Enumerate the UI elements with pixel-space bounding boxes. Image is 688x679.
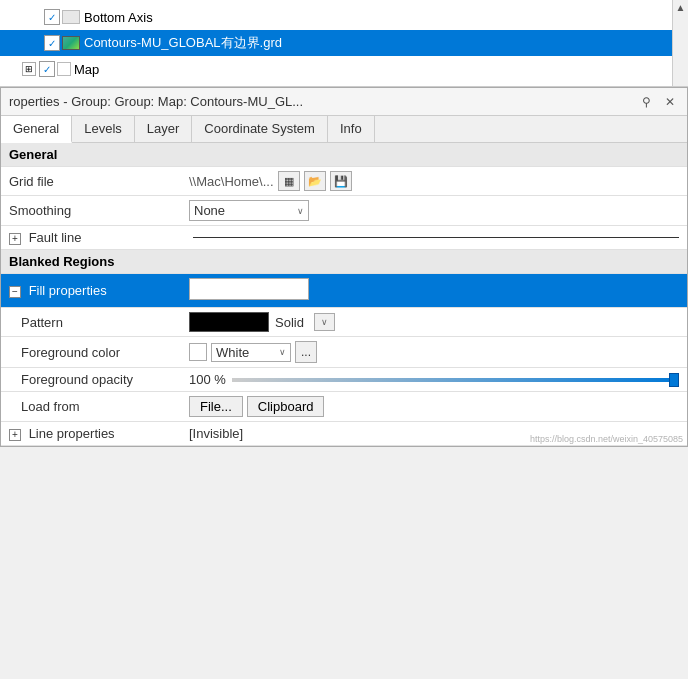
fill-properties-label: − Fill properties (1, 274, 181, 308)
tree-item-map[interactable]: ⊞ ✓ Map (0, 56, 672, 82)
pattern-name: Solid (275, 315, 304, 330)
map-sub-icon (57, 62, 71, 76)
tab-general[interactable]: General (1, 116, 72, 143)
scroll-up-arrow[interactable]: ▲ (676, 2, 686, 13)
load-from-label: Load from (1, 392, 181, 422)
table-row: Foreground opacity 100 % (1, 368, 687, 392)
fault-line-expand[interactable]: + (9, 233, 21, 245)
table-row: Pattern Solid ∨ (1, 308, 687, 337)
fault-line-label: + Fault line (1, 226, 181, 250)
general-section-label: General (1, 143, 687, 167)
tree-label-bottom-axis: Bottom Axis (84, 10, 153, 25)
fill-properties-color-box[interactable] (189, 278, 309, 300)
foreground-color-controls: White ∨ ... (189, 341, 679, 363)
smoothing-label: Smoothing (1, 196, 181, 226)
tab-info[interactable]: Info (328, 116, 375, 142)
foreground-opacity-label: Foreground opacity (1, 368, 181, 392)
pattern-label: Pattern (1, 308, 181, 337)
tree-item-contours[interactable]: ✓ Contours-MU_GLOBAL有边界.grd (0, 30, 672, 56)
foreground-color-ellipsis[interactable]: ... (295, 341, 317, 363)
foreground-color-value-cell: White ∨ ... (181, 337, 687, 368)
table-row: + Fault line (1, 226, 687, 250)
blanked-regions-label: Blanked Regions (1, 250, 687, 274)
fill-properties-value (181, 274, 687, 308)
expand-map[interactable]: ⊞ (22, 62, 36, 76)
load-from-buttons: File... Clipboard (189, 396, 679, 417)
foreground-color-name: White (216, 345, 249, 360)
blanked-regions-section-header: Blanked Regions (1, 250, 687, 274)
load-file-button[interactable]: File... (189, 396, 243, 417)
tab-layer[interactable]: Layer (135, 116, 193, 142)
properties-title: roperties - Group: Group: Map: Contours-… (9, 94, 303, 109)
general-section-header: General (1, 143, 687, 167)
close-button[interactable]: ✕ (661, 93, 679, 111)
grid-file-path: \\Mac\Home\... (189, 174, 274, 189)
foreground-opacity-value-cell: 100 % (181, 368, 687, 392)
fault-line-line (193, 237, 679, 238)
tree-scrollbar[interactable]: ▲ (672, 0, 688, 86)
properties-panel: roperties - Group: Group: Map: Contours-… (0, 87, 688, 447)
grid-file-label: Grid file (1, 167, 181, 196)
foreground-color-swatch[interactable] (189, 343, 207, 361)
load-clipboard-button[interactable]: Clipboard (247, 396, 325, 417)
foreground-color-label: Foreground color (1, 337, 181, 368)
load-from-value-cell: File... Clipboard (181, 392, 687, 422)
grid-file-grid-icon[interactable]: ▦ (278, 171, 300, 191)
properties-table: General Grid file \\Mac\Home\... ▦ 📂 💾 S… (1, 143, 687, 446)
tabs-bar: General Levels Layer Coordinate System I… (1, 116, 687, 143)
pattern-dropdown-arrow[interactable]: ∨ (314, 313, 335, 331)
smoothing-dropdown-arrow: ∨ (297, 206, 304, 216)
grid-file-save-icon[interactable]: 💾 (330, 171, 352, 191)
tab-levels[interactable]: Levels (72, 116, 135, 142)
layer-icon-bottom-axis (62, 10, 80, 24)
fault-line-value (181, 226, 687, 250)
tree-label-map: Map (74, 62, 99, 77)
smoothing-value: None ∨ (181, 196, 687, 226)
fill-properties-expand[interactable]: − (9, 286, 21, 298)
smoothing-dropdown[interactable]: None ∨ (189, 200, 309, 221)
fault-line-separator-container (189, 237, 679, 238)
foreground-color-arrow: ∨ (279, 347, 286, 357)
checkbox-bottom-axis[interactable]: ✓ (44, 9, 60, 25)
checkbox-contours[interactable]: ✓ (44, 35, 60, 51)
opacity-slider-thumb[interactable] (669, 373, 679, 387)
line-properties-label: + Line properties (1, 422, 181, 446)
pattern-swatch[interactable] (189, 312, 269, 332)
titlebar-buttons: ⚲ ✕ (637, 93, 679, 111)
layer-icon-contours (62, 36, 80, 50)
table-row: Load from File... Clipboard (1, 392, 687, 422)
pin-button[interactable]: ⚲ (637, 93, 655, 111)
grid-file-controls: \\Mac\Home\... ▦ 📂 💾 (189, 171, 679, 191)
foreground-opacity-controls: 100 % (189, 372, 679, 387)
opacity-slider-track[interactable] (232, 378, 679, 382)
checkbox-map[interactable]: ✓ (39, 61, 55, 77)
tree-label-contours: Contours-MU_GLOBAL有边界.grd (84, 34, 282, 52)
line-properties-expand[interactable]: + (9, 429, 21, 441)
table-row: Grid file \\Mac\Home\... ▦ 📂 💾 (1, 167, 687, 196)
pattern-value-cell: Solid ∨ (181, 308, 687, 337)
properties-titlebar: roperties - Group: Group: Map: Contours-… (1, 88, 687, 116)
table-row[interactable]: − Fill properties (1, 274, 687, 308)
table-row: Foreground color White ∨ ... (1, 337, 687, 368)
pattern-controls: Solid ∨ (189, 312, 679, 332)
tree-panel: ✓ Bottom Axis ✓ Contours-MU_GLOBAL有边界.gr… (0, 0, 688, 87)
grid-file-folder-icon[interactable]: 📂 (304, 171, 326, 191)
tree-item-bottom-axis[interactable]: ✓ Bottom Axis (0, 4, 672, 30)
foreground-color-dropdown[interactable]: White ∨ (211, 343, 291, 362)
watermark: https://blog.csdn.net/weixin_40575085 (530, 434, 683, 444)
grid-file-value: \\Mac\Home\... ▦ 📂 💾 (181, 167, 687, 196)
foreground-opacity-value: 100 % (189, 372, 226, 387)
table-row: Smoothing None ∨ (1, 196, 687, 226)
tab-coordinate-system[interactable]: Coordinate System (192, 116, 328, 142)
